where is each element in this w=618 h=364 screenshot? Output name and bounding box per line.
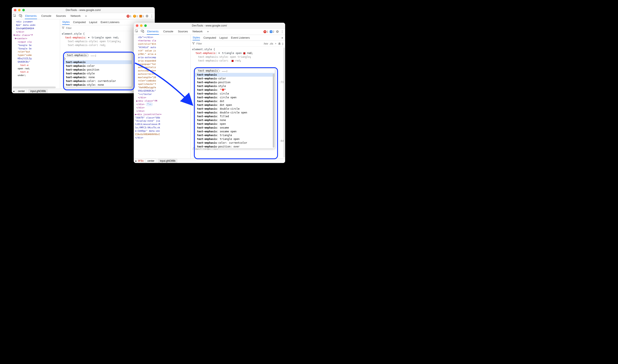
flex-badge[interactable]: flex <box>146 103 153 106</box>
sub-tab-computed[interactable]: Computed <box>73 20 86 25</box>
autocomplete-item[interactable]: text-emphasis-style <box>195 84 275 88</box>
autocomplete-item[interactable]: text-emphasis: triangle <box>195 133 275 137</box>
autocomplete-item[interactable]: text-emphasis: none <box>64 75 132 79</box>
autocomplete-item[interactable]: text-emphasis: double-circle open <box>195 111 275 115</box>
autocomplete-item[interactable]: text-emphasis-color: currentcolor <box>195 141 275 145</box>
breadcrumbs: ◂ center input.gNO89b <box>12 89 155 93</box>
autocomplete-item[interactable]: text-emphasis: circle open <box>195 96 275 99</box>
autocomplete-item[interactable]: text-emphasis <box>195 73 275 77</box>
crumb-input[interactable]: input.gNO89b <box>28 89 48 93</box>
dom-line: rch" value js <box>135 49 190 52</box>
titlebar: DevTools - www.google.com/ <box>134 23 285 28</box>
autocomplete-item[interactable]: text-emphasis-color <box>64 64 132 68</box>
tab-network[interactable]: Network <box>192 28 203 35</box>
autocomplete-item[interactable]: text-emphasis <box>64 60 132 64</box>
warnings-badge[interactable]: !1 <box>133 15 138 18</box>
sub-tab-listeners[interactable]: Event Listeners <box>231 35 250 40</box>
svg-rect-5 <box>143 31 144 33</box>
dom-line: cQv"></div> <box>135 36 190 39</box>
sub-tab-layout[interactable]: Layout <box>219 35 228 40</box>
autocomplete-list: text-emphasistext-emphasis-colortext-emp… <box>64 60 132 87</box>
dom-line: ▶<div jscontroller= <box>135 113 190 116</box>
autocomplete-item[interactable]: text-emphasis: open <box>195 122 275 126</box>
more-icon[interactable]: ⋮ <box>150 14 153 18</box>
window-title: DevTools - www.google.com/ <box>134 24 285 27</box>
autocomplete-item[interactable]: text-emphasis: sesame <box>195 126 275 130</box>
sub-tab-computed[interactable]: Computed <box>203 35 216 40</box>
crumb-center[interactable]: center <box>16 89 27 93</box>
device-icon[interactable] <box>141 30 144 34</box>
expand-icon[interactable] <box>88 37 90 38</box>
tabs-overflow-icon[interactable]: » <box>85 13 87 19</box>
dom-line: role="combobo <box>135 79 190 83</box>
new-rule-icon[interactable]: ＋ <box>275 42 277 45</box>
tab-network[interactable]: Network <box>70 13 81 19</box>
sub-tabs-overflow-icon[interactable]: » <box>282 36 283 39</box>
info-badge[interactable]: ■2 <box>270 30 274 33</box>
css-property-input[interactable]: text-emphasis: ; <box>195 69 275 73</box>
dom-tree[interactable]: <div jsname= 8pb" data-ved= IAxUqWUEAHQU… <box>12 19 60 89</box>
autocomplete-item[interactable]: text-emphasis: sesame open <box>195 130 275 133</box>
autocomplete-item[interactable]: text-emphasis: triangle open <box>195 137 275 141</box>
sub-tab-styles[interactable]: Styles <box>192 35 200 40</box>
device-icon[interactable] <box>19 14 22 18</box>
autocomplete-item[interactable]: text-emphasis: none <box>195 118 275 122</box>
tab-elements[interactable]: Elements <box>147 28 159 35</box>
sub-tab-layout[interactable]: Layout <box>89 20 97 25</box>
color-swatch-icon[interactable] <box>243 52 245 54</box>
autocomplete-item[interactable]: text-emphasis: dot open <box>195 103 275 107</box>
computed-toggle-icon[interactable]: ▯ <box>282 42 283 45</box>
sub-tab-styles[interactable]: Styles <box>62 20 69 25</box>
dom-tree[interactable]: cQv"></div><textarea clacontrols="Alh"Al… <box>134 35 191 158</box>
settings-icon[interactable]: ⚙ <box>146 14 149 18</box>
filter-icon <box>192 42 195 45</box>
dom-line: <textarea cla <box>135 39 190 42</box>
crumb-input[interactable]: input.gNO89b <box>158 159 177 163</box>
dom-line: autocomplete= <box>135 69 190 72</box>
autocomplete-item[interactable]: text-emphasis: filled <box>195 115 275 118</box>
autocomplete-item[interactable]: text-emphasis-color: currentcolor <box>64 79 132 83</box>
v-scrollbar[interactable] <box>273 74 275 148</box>
more-icon[interactable]: ⋮ <box>280 30 284 34</box>
autocomplete-item[interactable]: text-emphasis: circle <box>195 92 275 96</box>
copy-styles-icon[interactable]: 🖶 <box>278 42 281 45</box>
tab-sources[interactable]: Sources <box>55 13 67 19</box>
filter-input[interactable] <box>66 27 134 30</box>
main-tabs: Elements Console Sources Network » <box>147 28 261 35</box>
autocomplete-item[interactable]: text-emphasis-position <box>64 68 132 72</box>
autocomplete-item[interactable]: text-emphasis-position <box>195 80 275 84</box>
autocomplete-item[interactable]: text-emphasis: double-circle <box>195 107 275 111</box>
autocomplete-item[interactable]: text-emphasis: "❤️" <box>195 88 275 92</box>
crumb-prev-icon[interactable]: ◂ <box>135 159 136 162</box>
crumb-center[interactable]: center <box>146 159 156 163</box>
tab-console[interactable]: Console <box>163 28 174 35</box>
tabs-overflow-icon[interactable]: » <box>207 28 209 35</box>
issues-badge[interactable]: !1 <box>139 15 144 18</box>
sub-tab-listeners[interactable]: Event Listeners <box>100 20 119 25</box>
settings-icon[interactable]: ⚙ <box>276 30 279 34</box>
css-property-input[interactable]: text-emphasis: ; <box>64 53 132 57</box>
crumb-item[interactable]: 9FBc <box>138 159 144 162</box>
inspect-icon[interactable] <box>135 30 138 34</box>
autocomplete-item[interactable]: text-emphasis: dot <box>195 99 275 103</box>
hov-button[interactable]: :hov <box>263 42 268 45</box>
autocomplete-item[interactable]: text-emphasis-style <box>64 72 132 75</box>
inspect-icon[interactable] <box>13 14 16 18</box>
filter-input[interactable] <box>196 42 261 45</box>
dom-line: y29d;" aria-a <box>135 52 190 56</box>
errors-badge[interactable]: ✕1 <box>127 15 131 18</box>
dom-line: ▶<div class="fM <box>135 99 190 103</box>
expand-icon[interactable] <box>218 53 220 54</box>
autocomplete-item[interactable]: text-emphasis-style: none <box>64 83 132 87</box>
errors-badge[interactable]: ✕1 <box>263 30 268 33</box>
autocomplete-item[interactable]: text-emphasis-color <box>195 77 275 80</box>
crumb-prev-icon[interactable]: ◂ <box>13 90 14 93</box>
tab-elements[interactable]: Elements <box>25 13 37 19</box>
tab-sources[interactable]: Sources <box>178 28 188 35</box>
v-scrollbar[interactable] <box>283 48 285 157</box>
color-swatch-icon[interactable] <box>232 60 233 62</box>
h-scrollbar[interactable] <box>13 87 56 88</box>
cls-button[interactable]: .cls <box>269 42 273 45</box>
autocomplete-item[interactable]: text-emphasis-position: over <box>195 145 275 148</box>
tab-console[interactable]: Console <box>41 13 52 19</box>
